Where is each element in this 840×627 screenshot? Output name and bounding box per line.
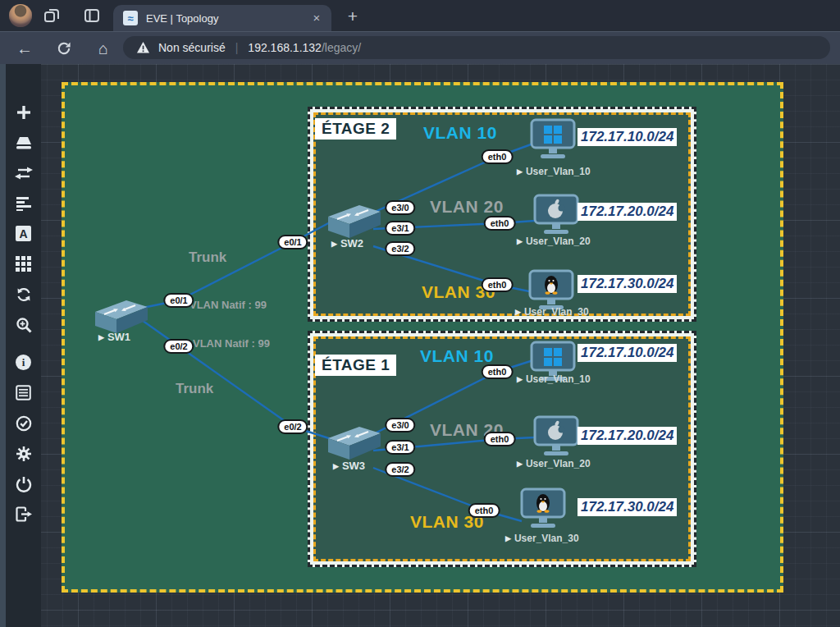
port-label-e0-2: e0/2	[163, 339, 194, 354]
tab-title: EVE | Topology	[146, 12, 308, 25]
port-label-e3-0: e3/0	[385, 418, 415, 432]
apple-pc-icon	[532, 194, 580, 236]
node-user-vlan-10[interactable]	[529, 118, 577, 164]
configured-nodes-icon[interactable]	[6, 408, 41, 438]
not-secure-warning-icon	[136, 41, 150, 54]
native-vlan-label[interactable]: VLAN Natif : 99	[193, 337, 270, 350]
port-label-e3-1: e3/1	[385, 440, 415, 455]
refresh-topology-icon[interactable]	[6, 279, 41, 309]
port-label-e3-1: e3/1	[385, 221, 415, 236]
node-label-sw2: ▶SW2	[331, 237, 363, 249]
windows-pc-icon	[529, 118, 577, 161]
tux-logo-icon	[545, 276, 558, 295]
status-icon[interactable]: i	[6, 347, 41, 378]
floor-title-etage1[interactable]: ÉTAGE 1	[315, 355, 396, 376]
port-label-eth0: eth0	[482, 277, 514, 292]
node-label-sw1: ▶SW1	[98, 331, 130, 343]
connections-icon[interactable]	[6, 158, 41, 188]
shutdown-icon[interactable]	[6, 469, 41, 499]
switch-icon	[323, 200, 384, 241]
ip-label-vlan10[interactable]: 172.17.10.0/24	[578, 344, 677, 362]
vlan20-label[interactable]: VLAN 20	[430, 197, 504, 217]
port-label-e3-0: e3/0	[385, 200, 415, 215]
address-separator: |	[235, 41, 239, 54]
new-tab-button[interactable]: +	[341, 5, 364, 28]
topology-table-icon[interactable]	[6, 378, 41, 408]
apple-pc-icon	[532, 415, 580, 458]
nodes-icon[interactable]	[6, 127, 41, 158]
topology-canvas: A i	[0, 64, 840, 627]
ip-label-vlan20[interactable]: 172.17.20.0/24	[578, 203, 677, 221]
running-status-icon: ▶	[517, 375, 523, 383]
ip-label-vlan20[interactable]: 172.17.20.0/24	[578, 427, 677, 445]
node-label-user-vlan-30: ▶User_Vlan_30	[505, 533, 579, 544]
logout-icon[interactable]	[6, 499, 41, 529]
node-label-user-vlan-20: ▶User_Vlan_20	[517, 236, 591, 247]
port-label-eth0: eth0	[484, 216, 516, 231]
running-status-icon: ▶	[331, 240, 337, 248]
vlan10-label[interactable]: VLAN 10	[423, 123, 497, 143]
tab-close-button[interactable]: ×	[308, 10, 325, 26]
port-label-eth0: eth0	[468, 503, 500, 518]
node-label-user-vlan-10: ▶User_Vlan_10	[517, 166, 591, 177]
running-status-icon: ▶	[515, 308, 521, 316]
vlan10-label[interactable]: VLAN 10	[420, 346, 494, 366]
profile-avatar[interactable]	[9, 4, 32, 27]
settings-icon[interactable]	[6, 438, 41, 469]
tux-logo-icon	[536, 494, 550, 513]
running-status-icon: ▶	[517, 237, 523, 245]
port-label-e3-2: e3/2	[385, 462, 415, 477]
zoom-icon[interactable]	[6, 309, 41, 340]
floor-title-etage2[interactable]: ÉTAGE 2	[315, 118, 396, 140]
port-label-e0-1: e0/1	[277, 235, 308, 249]
linux-pc-icon	[519, 487, 567, 530]
running-status-icon: ▶	[517, 167, 523, 176]
switch-icon	[323, 422, 384, 463]
node-label-user-vlan-10: ▶User_Vlan_10	[517, 373, 591, 385]
ip-label-vlan30[interactable]: 172.17.30.0/24	[578, 498, 677, 516]
native-vlan-label[interactable]: VLAN Natif : 99	[189, 299, 267, 311]
eve-sidebar: A i	[0, 64, 41, 627]
custom-shapes-icon[interactable]	[6, 249, 41, 279]
eve-favicon: ≈	[123, 11, 138, 25]
running-status-icon: ▶	[517, 460, 523, 468]
node-label-sw3: ▶SW3	[333, 460, 365, 472]
ip-label-vlan10[interactable]: 172.17.10.0/24	[578, 128, 677, 146]
running-status-icon: ▶	[98, 333, 104, 341]
startup-configs-icon[interactable]	[6, 188, 41, 218]
port-label-e0-2: e0/2	[277, 419, 308, 434]
url-path: /legacy/	[322, 41, 361, 54]
node-label-user-vlan-20: ▶User_Vlan_20	[517, 458, 591, 469]
node-label-user-vlan-30: ▶User_Vlan_30	[515, 306, 589, 318]
security-label: Non sécurisé	[158, 41, 226, 54]
browser-window: ≈ EVE | Topology × + ← ⌂ Non sécurisé | …	[0, 0, 840, 627]
trunk-label[interactable]: Trunk	[189, 249, 226, 266]
tab-strip: ≈ EVE | Topology × +	[0, 0, 840, 31]
node-user-vlan-30[interactable]	[519, 487, 567, 533]
side-panel-icon[interactable]	[83, 7, 101, 25]
running-status-icon: ▶	[333, 462, 339, 470]
address-bar[interactable]: Non sécurisé | 192.168.1.132/legacy/	[123, 36, 830, 59]
port-label-eth0: eth0	[482, 149, 514, 164]
node-user-vlan-20[interactable]	[532, 415, 580, 461]
back-button[interactable]: ←	[14, 39, 35, 58]
ip-label-vlan30[interactable]: 172.17.30.0/24	[578, 275, 677, 293]
tab-groups-icon[interactable]	[43, 7, 61, 25]
link-lines	[0, 64, 840, 627]
node-user-vlan-20[interactable]	[532, 194, 580, 240]
trunk-label[interactable]: Trunk	[176, 381, 213, 397]
reload-button[interactable]	[53, 39, 75, 58]
port-label-eth0: eth0	[484, 432, 516, 446]
port-label-e0-1: e0/1	[163, 293, 194, 308]
add-object-icon[interactable]	[6, 97, 41, 127]
running-status-icon: ▶	[505, 534, 511, 542]
text-object-icon[interactable]: A	[6, 218, 41, 249]
home-button[interactable]: ⌂	[93, 39, 114, 58]
port-label-eth0: eth0	[482, 364, 514, 379]
url-host: 192.168.1.132	[248, 41, 322, 54]
browser-tab[interactable]: ≈ EVE | Topology ×	[113, 5, 331, 31]
port-label-e3-2: e3/2	[385, 241, 415, 256]
